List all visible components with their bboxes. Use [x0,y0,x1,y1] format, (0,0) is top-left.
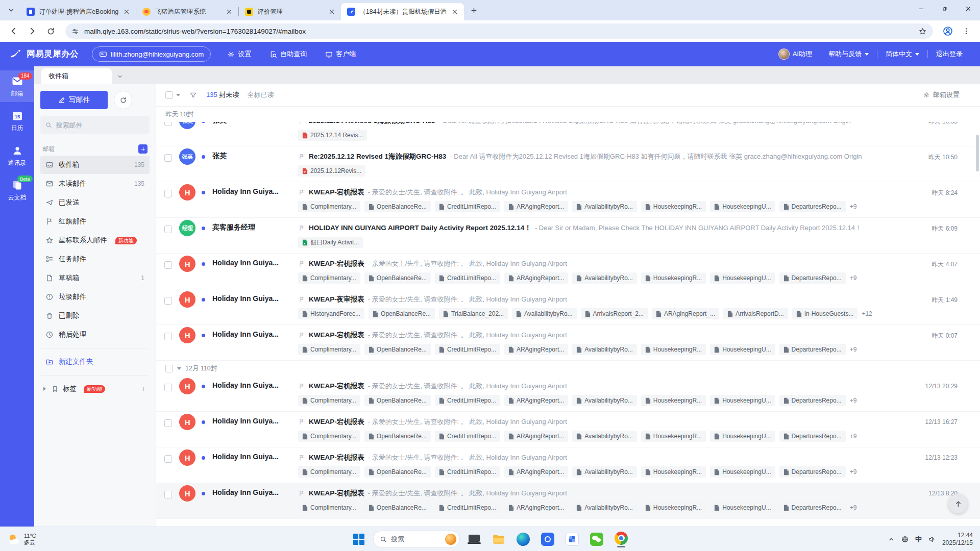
volume-icon[interactable] [928,535,936,543]
account-pill[interactable]: lilith.zhong@hihiexguiyang.com [92,46,211,62]
attachment-chip[interactable]: ARAgingReport... [504,466,568,478]
attachment-chip[interactable]: HousekeepingR... [641,272,706,284]
attachment-chip[interactable]: HousekeepingU... [710,201,775,212]
add-tag-button[interactable] [140,386,146,392]
mail-search-input[interactable] [56,121,144,129]
group-collapse-icon[interactable] [177,367,181,372]
minimize-button[interactable] [910,0,933,17]
attachment-chip[interactable]: CreditLimitRepo... [435,466,500,478]
sidebar-item-6[interactable]: 任务邮件 [40,250,150,268]
mail-row[interactable]: 经理宾客服务经理HOLIDAY INN GUIYANG AIRPORT Dail… [156,218,980,254]
row-checkbox[interactable] [164,384,172,391]
mail-row[interactable]: 张英张英Re:2025.12.12 Revised 1海旅假期GRC-H83 -… [156,146,980,182]
attachment-chip[interactable]: AvailabilitybyRo... [572,272,637,284]
mail-settings-button[interactable]: 邮箱设置 [923,90,960,99]
attachment-chip[interactable]: CreditLimitRepo... [435,344,500,355]
row-checkbox[interactable] [164,455,172,463]
back-to-top-button[interactable] [948,494,968,513]
attachment-chip[interactable]: ArrivalsReportD... [723,308,788,319]
attachment-chip[interactable]: OpenBalanceRe... [364,272,431,284]
browser-tab-4[interactable]: （184封未读）贵阳机场假日酒 [341,3,464,20]
expand-caret-icon[interactable] [43,387,48,391]
attachment-chip[interactable]: OpenBalanceRe... [364,344,431,355]
attachment-chip[interactable]: Complimentary... [298,502,360,513]
attachment-chip[interactable]: Complimentary... [298,431,360,442]
attachment-chip[interactable]: HousekeepingR... [641,201,706,212]
row-checkbox[interactable] [164,333,172,340]
sidebar-item-9[interactable]: 已删除 [40,307,150,325]
attachment-chip[interactable]: DeparturesRepo... [779,272,846,284]
attachment-chip[interactable]: HousekeepingR... [641,466,706,478]
select-menu-caret-icon[interactable] [176,94,180,98]
attachment-chip[interactable]: CreditLimitRepo... [435,502,500,513]
rail-item-calendar[interactable]: 15日历 [0,105,34,137]
attachment-chip[interactable]: OpenBalanceRe... [364,201,431,212]
close-window-button[interactable] [957,0,980,17]
attachment-chip[interactable]: ARAgingReport... [504,395,568,406]
appbar-logout[interactable]: 退出登录 [927,50,971,58]
scrollbar-thumb[interactable] [976,135,979,171]
attachment-chip[interactable]: Complimentary... [298,272,360,284]
appbar-client[interactable]: 客户端 [316,47,365,61]
refresh-button[interactable] [114,91,132,109]
add-mailbox-button[interactable] [138,144,148,154]
mail-row[interactable]: HHoliday Inn Guiya...KWEAP-宕机报表 - 亲爱的女士/… [156,325,980,361]
attachment-chip[interactable]: CreditLimitRepo... [435,272,500,284]
browser-menu-icon[interactable] [959,23,974,39]
attachment-chip[interactable]: AvailabilitybyRo... [572,502,637,513]
attachment-chip[interactable]: OpenBalanceRe... [364,431,431,442]
attachment-chip[interactable]: AvailabilitybyRo... [512,308,577,319]
attachment-chip[interactable]: ARAgingReport_... [652,308,719,319]
flag-icon[interactable] [298,490,305,497]
filter-icon[interactable] [189,91,197,99]
mark-all-read-button[interactable]: 全标已读 [247,90,274,99]
sidebar-item-3[interactable]: 已发送 [40,193,150,212]
attachment-chip[interactable]: 2025.12.14 Revis... [298,130,367,141]
taskbar-clock[interactable]: 12:44 2025/12/15 [942,532,973,547]
mail-row[interactable]: HHoliday Inn Guiya...KWEAP-宕机报表 - 亲爱的女士/… [156,483,980,519]
tab-search-icon[interactable] [4,3,18,17]
url-text[interactable]: mailh.qiye.163.com/static/sirius-web/?ve… [84,28,913,35]
mail-row[interactable]: HHoliday Inn Guiya...KWEAP-宕机报表 - 亲爱的女士/… [156,412,980,447]
maximize-button[interactable] [933,0,957,17]
taskbar-edge-icon[interactable] [513,529,533,549]
forward-button[interactable] [24,23,40,39]
attachment-chip[interactable]: HousekeepingU... [710,272,775,284]
group-checkbox[interactable] [165,365,173,372]
browser-tab-3[interactable]: 评价管理 [239,3,341,20]
flag-icon[interactable] [298,454,305,461]
row-checkbox[interactable] [164,419,172,427]
appbar-language[interactable]: 简体中文 [877,50,927,58]
new-tab-button[interactable] [467,4,480,17]
taskbar-file-explorer-icon[interactable] [488,529,509,549]
tab-close-icon[interactable] [122,8,131,16]
mail-row[interactable]: HHoliday Inn Guiya...KWEAP-夜审报表 - 亲爱的女士/… [156,289,980,325]
url-bar[interactable]: mailh.qiye.163.com/static/sirius-web/?ve… [65,23,933,39]
mail-row[interactable]: HHoliday Inn Guiya...KWEAP-宕机报表 - 亲爱的女士/… [156,447,980,483]
sidebar-item-8[interactable]: 垃圾邮件 [40,288,150,306]
taskbar-chrome-icon[interactable] [611,529,631,549]
appbar-help-feedback[interactable]: 帮助与反馈 [820,50,877,58]
rail-item-mail[interactable]: 邮箱184 [0,70,34,102]
mail-row[interactable]: HHoliday Inn Guiya...KWEAP-宕机报表 - 亲爱的女士/… [156,254,980,289]
attachment-chip[interactable]: ARAgingReport... [504,201,568,212]
attachment-chip[interactable]: OpenBalanceRe... [369,308,435,319]
group-header[interactable]: 12月 110封 [156,361,980,376]
attachment-chip[interactable]: HousekeepingU... [710,502,775,513]
tray-chevron-icon[interactable] [888,536,895,543]
mail-search-box[interactable] [40,116,150,134]
site-settings-icon[interactable] [71,28,79,35]
row-checkbox[interactable] [164,491,172,498]
sidebar-item-7[interactable]: 草稿箱1 [40,269,150,287]
back-button[interactable] [6,23,21,39]
reload-button[interactable] [43,23,58,39]
attachment-chip[interactable]: AvailabilitybyRo... [572,431,637,442]
attachment-chip[interactable]: OpenBalanceRe... [364,502,431,513]
attachment-chip[interactable]: 假日Daily Activit... [298,237,363,248]
network-icon[interactable] [901,535,909,543]
attachment-chip[interactable]: ARAgingReport... [504,344,568,355]
attachment-chip[interactable]: HousekeepingU... [710,344,775,355]
appbar-settings[interactable]: 设置 [218,47,260,61]
start-button[interactable] [349,529,369,549]
attachment-chip[interactable]: DeparturesRepo... [779,344,846,355]
